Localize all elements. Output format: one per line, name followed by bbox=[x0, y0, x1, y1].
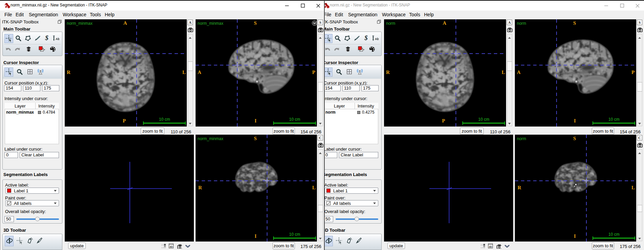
svg-text:10 cm: 10 cm bbox=[159, 117, 170, 122]
svg-text:10 cm: 10 cm bbox=[608, 232, 620, 237]
svg-text:10 cm: 10 cm bbox=[289, 117, 300, 122]
svg-text:10 cm: 10 cm bbox=[478, 117, 489, 122]
svg-text:10 cm: 10 cm bbox=[289, 232, 300, 237]
svg-text:10 cm: 10 cm bbox=[608, 117, 620, 122]
